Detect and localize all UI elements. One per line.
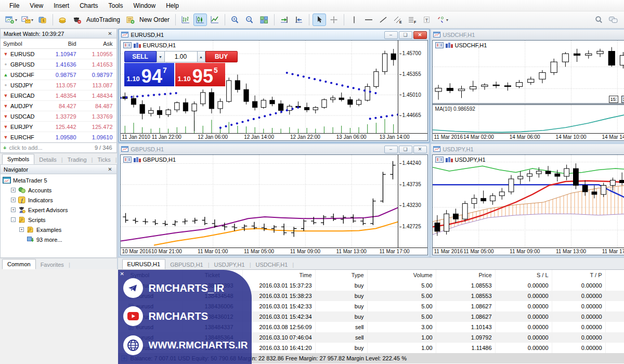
line-chart-button[interactable] (208, 14, 222, 26)
window-minimize-button[interactable]: – (384, 31, 398, 39)
window-minimize-button[interactable]: – (384, 146, 398, 153)
tree-item-expert-advisors[interactable]: +Expert Advisors (1, 205, 116, 215)
cursor-button[interactable] (313, 14, 326, 26)
market-watch-row-eurusd[interactable]: ▼EURUSD1.109471.10955 (1, 49, 116, 59)
candlestick-chart-button[interactable] (193, 14, 207, 26)
chart-window-eurusd-h1[interactable]: EURUSD,H1–❏✕EURUSD,H1SELL▼1.00▲BUY1.1094… (118, 29, 430, 143)
menu-item-insert[interactable]: Insert (48, 1, 74, 11)
text-label-button[interactable]: T (420, 14, 434, 26)
tree-item-examples[interactable]: +Examples (1, 225, 116, 235)
chart-plot-area[interactable]: GBPUSD,H1 (121, 155, 398, 248)
trendline-button[interactable] (376, 14, 390, 26)
buy-price-box[interactable]: 1.10955 (175, 63, 225, 86)
column-header-t-p[interactable]: T / P (552, 270, 606, 280)
chart-tab-gbpusd-h1[interactable]: GBPUSD,H1 (165, 260, 208, 269)
sell-button[interactable]: SELL (124, 51, 157, 62)
volume-decrease-button[interactable]: ▼ (157, 51, 165, 62)
tree-item-93-more-[interactable]: 93 more... (1, 235, 116, 244)
zoom-out-button[interactable] (243, 14, 256, 26)
window-restore-button[interactable]: ❏ (399, 31, 412, 39)
data-window-button[interactable] (56, 14, 70, 26)
chart-plot-area[interactable]: USDJPY,H100:50 (433, 155, 624, 248)
column-header-time[interactable]: Time (243, 270, 316, 280)
close-icon[interactable]: ✕ (107, 31, 113, 36)
column-header-price[interactable]: Price (436, 270, 496, 280)
chart-shift-button[interactable] (292, 14, 306, 26)
sell-price-box[interactable]: 1.10947 (124, 63, 174, 86)
close-icon[interactable]: ✕ (107, 166, 113, 172)
chart-tab-usdchf-h1[interactable]: USDCHF,H1 (251, 260, 293, 269)
tab-symbols[interactable]: Symbols (2, 154, 34, 164)
chart-window-gbpusd-h1[interactable]: GBPUSD,H1–❏✕GBPUSD,H11.442401.437351.432… (118, 143, 430, 257)
buy-button[interactable]: BUY (205, 51, 238, 62)
one-click-trading-icon[interactable] (133, 42, 141, 48)
chart-plot-area[interactable]: EURUSD,H1SELL▼1.00▲BUY1.109471.10955 (121, 41, 398, 133)
autotrading-label[interactable]: AutoTrading (86, 16, 120, 23)
window-titlebar[interactable]: EURUSD,H1–❏✕ (119, 30, 429, 40)
market-watch-toggle-button[interactable]: $ (36, 14, 49, 26)
volume-increase-button[interactable]: ▲ (197, 51, 205, 62)
tree-expand-toggle[interactable]: - (11, 217, 16, 222)
volume-input[interactable]: 1.00 (165, 51, 197, 62)
autotrading-button[interactable] (71, 14, 84, 26)
window-titlebar[interactable]: GBPUSD,H1–❏✕ (119, 144, 429, 154)
column-header-price[interactable]: Price (606, 270, 624, 280)
profiles-button[interactable]: ▾ (20, 14, 35, 26)
tab-details[interactable]: Details (34, 155, 61, 164)
chat-button[interactable] (607, 14, 620, 26)
window-close-button[interactable]: ✕ (413, 31, 427, 39)
chart-tab-usdjpy-h1[interactable]: USDJPY,H1 (210, 260, 250, 269)
column-header-type[interactable]: Type (316, 270, 368, 280)
one-click-trading-icon[interactable] (445, 157, 453, 163)
market-watch-row-gbpusd[interactable]: ●GBPUSD1.416361.41653 (1, 59, 116, 70)
indicator-subwindow[interactable]: MA(10) 0.986592 (433, 105, 624, 133)
depth-of-market-icon[interactable] (435, 157, 444, 163)
new-chart-button[interactable]: ▾ (4, 14, 19, 26)
tab-ticks[interactable]: Ticks (93, 155, 115, 164)
depth-of-market-icon[interactable] (435, 42, 444, 48)
market-watch-row-eurcad[interactable]: ▼EURCAD1.483541.48434 (1, 90, 116, 101)
market-watch-row-usdjpy[interactable]: ●USDJPY113.057113.087 (1, 80, 116, 90)
column-header-volume[interactable]: Volume (368, 270, 436, 280)
tree-expand-toggle[interactable]: + (11, 188, 16, 192)
tree-item-scripts[interactable]: -Scripts (1, 215, 116, 225)
tree-expand-toggle[interactable]: + (11, 198, 16, 202)
menu-item-file[interactable]: File (4, 1, 24, 11)
zoom-in-button[interactable] (228, 14, 242, 26)
menu-item-help[interactable]: Help (161, 1, 184, 11)
fibonacci-button[interactable]: F (406, 14, 419, 26)
menu-item-charts[interactable]: Charts (74, 1, 103, 11)
new-order-button[interactable] (124, 14, 137, 26)
menu-item-tools[interactable]: Tools (103, 1, 128, 11)
tab-trading[interactable]: Trading (63, 155, 92, 164)
window-restore-button[interactable]: ❏ (399, 146, 412, 153)
market-watch-row-eurchf[interactable]: ▼EURCHF1.095801.09610 (1, 132, 116, 142)
window-titlebar[interactable]: USDJPY,H1–❏✕ (431, 144, 624, 154)
depth-of-market-icon[interactable] (123, 42, 132, 48)
tree-item-accounts[interactable]: +Accounts (1, 185, 116, 195)
tab-favorites[interactable]: Favorites (36, 260, 69, 269)
arrows-button[interactable]: ▾ (435, 14, 450, 26)
tree-item-metatrader-5[interactable]: MetaTrader 5 (1, 175, 116, 185)
auto-scroll-button[interactable] (278, 14, 291, 26)
market-watch-row-eurjpy[interactable]: ▼EURJPY125.442125.472 (1, 122, 116, 132)
chart-window-usdjpy-h1[interactable]: USDJPY,H1–❏✕USDJPY,H100:50113.920113.570… (430, 143, 624, 257)
depth-of-market-icon[interactable] (123, 157, 132, 163)
tile-windows-button[interactable] (257, 14, 271, 26)
window-titlebar[interactable]: USDCHF,H1–❏✕ (431, 30, 624, 40)
horizontal-line-button[interactable] (362, 14, 375, 26)
menu-item-view[interactable]: View (24, 1, 48, 11)
vertical-line-button[interactable] (347, 14, 361, 26)
crosshair-button[interactable] (327, 14, 341, 26)
market-watch-row-usdcad[interactable]: ▼USDCAD1.337291.33769 (1, 111, 116, 122)
market-watch-row-audjpy[interactable]: ▼AUDJPY84.42784.487 (1, 101, 116, 111)
bar-chart-button[interactable] (179, 14, 192, 26)
close-icon[interactable]: ✕ (120, 271, 124, 277)
chart-window-usdchf-h1[interactable]: USDCHF,H1–❏✕USDCHF,H115:16:17:3022:0MA(1… (430, 29, 624, 143)
tree-expand-toggle[interactable]: + (19, 227, 24, 232)
chart-plot-area[interactable]: USDCHF,H115:16:17:3022:0 (433, 41, 624, 103)
new-order-label[interactable]: New Order (139, 16, 170, 23)
tab-common[interactable]: Common (2, 259, 36, 269)
tree-item-indicators[interactable]: +fIndicators (1, 195, 116, 205)
one-click-trading-icon[interactable] (133, 157, 141, 163)
